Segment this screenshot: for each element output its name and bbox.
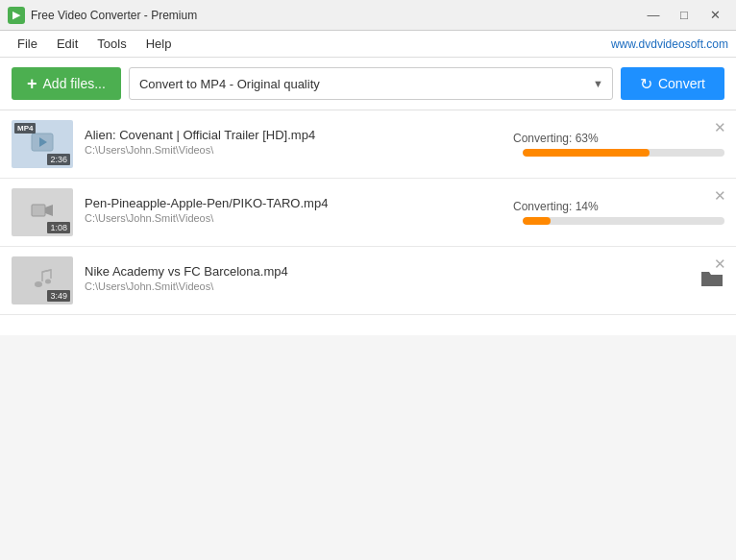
progress-text: Converting: 14%	[513, 200, 599, 213]
progress-area: Converting: 14%	[513, 200, 724, 225]
table-row: MP4 2:36 Alien: Covenant | Official Trai…	[0, 110, 736, 179]
menu-items: File Edit Tools Help	[8, 33, 181, 55]
add-files-label: Add files...	[43, 76, 106, 91]
svg-point-4	[35, 281, 42, 287]
remove-file-button[interactable]: ✕	[712, 186, 728, 205]
progress-bar-background	[523, 217, 724, 225]
menu-tools[interactable]: Tools	[87, 33, 135, 55]
plus-icon: +	[27, 75, 37, 92]
file-thumbnail: 3:49	[12, 256, 73, 304]
main-content: + Add files... Convert to MP4 - Original…	[0, 58, 736, 560]
empty-content-area	[0, 335, 736, 560]
file-info: Nike Academy vs FC Barcelona.mp4 C:\User…	[85, 264, 680, 298]
format-select-wrapper: Convert to MP4 - Original quality Conver…	[129, 67, 613, 100]
file-name: Nike Academy vs FC Barcelona.mp4	[85, 264, 680, 279]
website-link[interactable]: www.dvdvideosoft.com	[611, 37, 728, 51]
app-icon: ▶	[8, 7, 25, 24]
minimize-button[interactable]: —	[640, 5, 667, 26]
thumb-duration-label: 2:36	[47, 154, 70, 165]
file-name: Alien: Covenant | Official Trailer [HD].…	[85, 128, 494, 142]
video-camera-icon	[31, 201, 54, 225]
file-thumbnail: MP4 2:36	[12, 120, 73, 168]
menu-bar: File Edit Tools Help www.dvdvideosoft.co…	[0, 31, 736, 58]
window-controls: — □ ✕	[640, 5, 728, 26]
svg-point-5	[45, 279, 51, 283]
maximize-button[interactable]: □	[671, 5, 698, 26]
toolbar: + Add files... Convert to MP4 - Original…	[0, 58, 736, 110]
svg-line-6	[42, 270, 51, 272]
file-path: C:\Users\John.Smit\Videos\	[85, 144, 494, 156]
remove-file-button[interactable]: ✕	[712, 255, 728, 273]
video-icon	[31, 133, 54, 157]
thumb-duration-label: 3:49	[47, 290, 70, 302]
file-path: C:\Users\John.Smit\Videos\	[85, 280, 680, 292]
file-list: MP4 2:36 Alien: Covenant | Official Trai…	[0, 110, 736, 335]
svg-rect-2	[32, 205, 45, 216]
file-name: Pen-Pineapple-Apple-Pen/PIKO-TARO.mp4	[85, 196, 494, 210]
title-bar: ▶ Free Video Converter - Premium — □ ✕	[0, 0, 736, 31]
menu-file[interactable]: File	[8, 33, 47, 55]
app-title: Free Video Converter - Premium	[31, 9, 197, 22]
progress-bar-fill	[523, 149, 650, 157]
close-button[interactable]: ✕	[701, 5, 728, 26]
table-row: 3:49 Nike Academy vs FC Barcelona.mp4 C:…	[0, 247, 736, 315]
thumb-format-label: MP4	[14, 123, 36, 134]
progress-area: Converting: 63%	[513, 132, 724, 157]
title-bar-left: ▶ Free Video Converter - Premium	[8, 7, 197, 24]
file-path: C:\Users\John.Smit\Videos\	[85, 212, 494, 224]
table-row: 1:08 Pen-Pineapple-Apple-Pen/PIKO-TARO.m…	[0, 179, 736, 247]
file-info: Alien: Covenant | Official Trailer [HD].…	[85, 128, 494, 161]
file-thumbnail: 1:08	[12, 188, 73, 236]
progress-text: Converting: 63%	[513, 132, 599, 145]
add-files-button[interactable]: + Add files...	[12, 67, 121, 100]
menu-help[interactable]: Help	[136, 33, 182, 55]
menu-edit[interactable]: Edit	[47, 33, 87, 55]
progress-bar-background	[523, 149, 724, 157]
refresh-icon: ↻	[640, 75, 652, 93]
convert-label: Convert	[658, 76, 705, 91]
thumb-duration-label: 1:08	[47, 222, 70, 233]
convert-button[interactable]: ↻ Convert	[621, 67, 724, 100]
svg-marker-3	[45, 205, 53, 216]
format-select[interactable]: Convert to MP4 - Original quality Conver…	[129, 67, 613, 100]
remove-file-button[interactable]: ✕	[712, 118, 728, 136]
progress-bar-fill	[523, 217, 551, 225]
file-info: Pen-Pineapple-Apple-Pen/PIKO-TARO.mp4 C:…	[85, 196, 494, 230]
